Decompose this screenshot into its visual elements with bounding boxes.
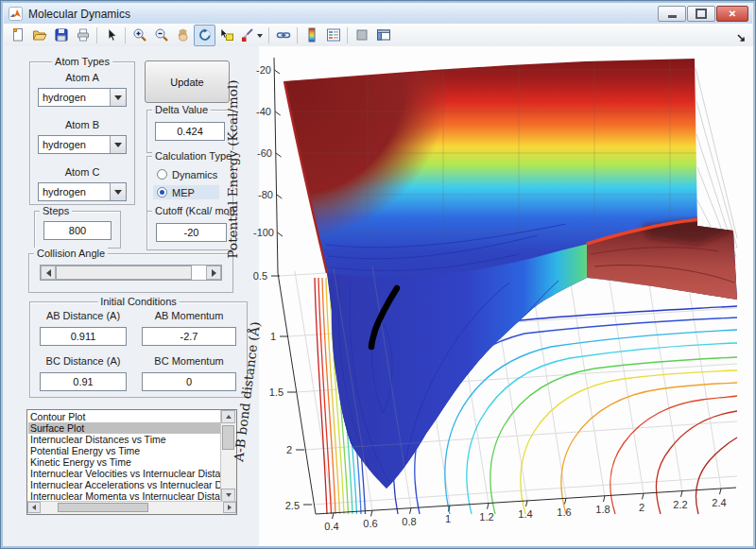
- slider-right-arrow[interactable]: [206, 266, 221, 280]
- cutoff-field[interactable]: -20: [156, 223, 227, 242]
- steps-title: Steps: [40, 205, 72, 216]
- arrow-cursor-button[interactable]: [100, 25, 122, 46]
- insert-legend-button[interactable]: [322, 25, 344, 46]
- arrow-cursor-icon: [104, 27, 119, 43]
- ab-distance-label: AB Distance (A): [40, 310, 127, 321]
- close-button[interactable]: ✕: [716, 6, 748, 22]
- atom-types-group: Atom Types Atom A hydrogen Atom B hydrog…: [29, 61, 135, 205]
- bc-distance-field[interactable]: 0.91: [40, 372, 127, 391]
- open-file-button[interactable]: [28, 25, 50, 46]
- app-window: Molecular Dynamics ✕: [0, 0, 756, 549]
- list-item[interactable]: Potential Energy vs Time: [28, 445, 220, 456]
- rotate-3d-button[interactable]: [194, 25, 215, 46]
- list-item[interactable]: Internuclear Velocities vs Internuclear …: [28, 468, 220, 479]
- zoom-in-button[interactable]: [129, 25, 150, 46]
- insert-colorbar-button[interactable]: [301, 25, 322, 46]
- radio-mep[interactable]: MEP: [153, 185, 219, 199]
- scroll-left-button[interactable]: [27, 502, 41, 513]
- ab-tick: 1: [270, 331, 276, 342]
- save-button[interactable]: [50, 25, 72, 46]
- close-icon: ✕: [729, 9, 736, 19]
- list-item[interactable]: Kinetic Energy vs Time: [28, 456, 220, 468]
- horizontal-scrollbar[interactable]: [27, 501, 236, 514]
- maximize-button[interactable]: [687, 6, 715, 22]
- initial-conditions-group: Initial Conditions AB Distance (A) AB Mo…: [29, 301, 248, 398]
- title-bar[interactable]: Molecular Dynamics ✕: [4, 4, 752, 24]
- ab-axis-label: A-B bond distance (Å): [231, 320, 263, 463]
- calculation-type-group: Calculation Type Dynamics MEP: [146, 156, 233, 213]
- atom-b-dropdown[interactable]: hydrogen: [38, 135, 127, 154]
- figure-content: Atom Types Atom A hydrogen Atom B hydrog…: [3, 46, 753, 546]
- plot-canvas[interactable]: -20 -40 -60 -80 -100 0.5 1 1.5 2 2.5 0.4…: [226, 46, 753, 546]
- pan-button[interactable]: [172, 25, 194, 46]
- chevron-down-icon[interactable]: [110, 89, 126, 106]
- atom-b-label: Atom B: [30, 119, 134, 130]
- steps-group: Steps 800: [34, 211, 121, 249]
- toolbar-overflow-arrow[interactable]: [737, 30, 747, 47]
- slider-left-arrow[interactable]: [41, 266, 56, 280]
- update-button[interactable]: Update: [145, 60, 230, 103]
- atom-a-label: Atom A: [30, 72, 134, 83]
- bc-tick-labels: 0.4 0.6 0.8 1 1.2 1.4 1.6 1.8 2 2.2 2.4: [324, 497, 726, 532]
- bc-tick: 1.8: [595, 504, 610, 515]
- bc-momentum-label: BC Momentum: [142, 355, 236, 367]
- show-plot-tools-button[interactable]: [372, 25, 394, 46]
- hide-plot-tools-button[interactable]: [351, 25, 372, 46]
- screen: Molecular Dynamics ✕: [0, 0, 756, 549]
- ab-momentum-field[interactable]: -2.7: [142, 327, 236, 346]
- list-item[interactable]: Internuclear Momenta vs Internuclear Dis…: [28, 490, 220, 501]
- zoom-in-icon: [132, 27, 147, 43]
- radio-icon: [157, 169, 167, 180]
- radio-mep-label: MEP: [172, 187, 195, 198]
- steps-field[interactable]: 800: [43, 221, 112, 240]
- list-item-selected[interactable]: Surface Plot: [28, 422, 220, 434]
- brush-button[interactable]: [237, 25, 266, 46]
- radio-dynamics[interactable]: Dynamics: [153, 167, 221, 181]
- print-button[interactable]: [72, 25, 94, 46]
- bc-tick: 1.4: [518, 508, 532, 520]
- print-icon: [76, 27, 91, 43]
- chevron-down-icon[interactable]: [110, 183, 126, 200]
- slider-thumb[interactable]: [56, 266, 192, 280]
- delta-value-field[interactable]: 0.424: [155, 122, 225, 141]
- z-axis-label: Potential Energy (Kcal/mol): [226, 79, 240, 258]
- new-file-button[interactable]: [7, 25, 28, 46]
- toolbar-separator: [297, 27, 298, 43]
- bc-tick: 1.2: [479, 511, 493, 523]
- data-cursor-button[interactable]: [215, 25, 237, 46]
- bc-momentum-field[interactable]: 0: [142, 372, 236, 391]
- z-tick: -80: [258, 189, 273, 200]
- bc-tick: 2: [639, 502, 644, 513]
- rotate-3d-icon: [198, 27, 213, 43]
- collision-angle-group: Collision Angle: [28, 253, 233, 293]
- chevron-down-icon[interactable]: [110, 136, 126, 153]
- hscroll-thumb[interactable]: [58, 503, 148, 512]
- bc-tick: 2.2: [673, 499, 687, 510]
- insert-colorbar-icon: [304, 27, 319, 43]
- minimize-button[interactable]: [658, 6, 686, 22]
- atom-types-title: Atom Types: [52, 56, 112, 67]
- link-plot-button[interactable]: [272, 25, 294, 46]
- collision-angle-slider[interactable]: [40, 265, 222, 281]
- atom-c-dropdown[interactable]: hydrogen: [38, 182, 127, 201]
- list-item[interactable]: Internuclear Accelerations vs Internucle…: [28, 479, 220, 490]
- list-item[interactable]: Contour Plot: [28, 411, 220, 422]
- calculation-type-title: Calculation Type: [152, 150, 234, 162]
- ab-tick-labels: 0.5 1 1.5 2 2.5: [253, 270, 300, 511]
- list-item[interactable]: Internuclear Distances vs Time: [28, 434, 220, 445]
- bc-tick: 1: [445, 513, 451, 524]
- delta-value-title: Delta Value: [152, 104, 211, 115]
- atom-a-dropdown[interactable]: hydrogen: [38, 88, 127, 107]
- open-file-icon: [32, 27, 47, 43]
- figure-toolbar: [4, 24, 752, 47]
- ab-distance-field[interactable]: 0.911: [40, 327, 127, 346]
- plot-type-rows: Contour Plot Surface Plot Internuclear D…: [28, 411, 220, 501]
- hide-plot-tools-icon: [354, 27, 369, 43]
- initial-conditions-title: Initial Conditions: [97, 296, 180, 307]
- bc-distance-label: BC Distance (A): [40, 355, 127, 367]
- z-tick-labels: -20 -40 -60 -80 -100: [253, 64, 274, 238]
- cutoff-group: Cutoff (Kcal/ mol) -20: [146, 211, 236, 250]
- plot-type-listbox[interactable]: Contour Plot Surface Plot Internuclear D…: [26, 409, 237, 515]
- collision-angle-title: Collision Angle: [34, 248, 108, 259]
- zoom-out-button[interactable]: [150, 25, 172, 46]
